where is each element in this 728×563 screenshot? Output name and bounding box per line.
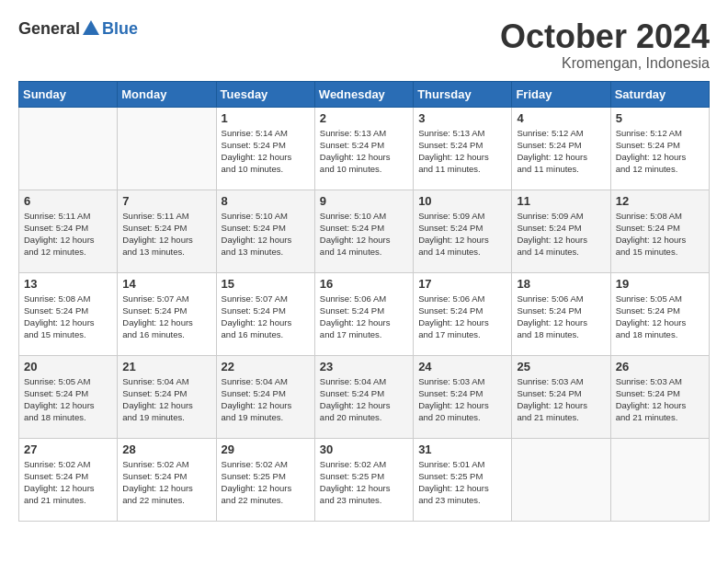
table-row: 25Sunrise: 5:03 AMSunset: 5:24 PMDayligh… [512,355,610,438]
day-info: Sunrise: 5:14 AMSunset: 5:24 PMDaylight:… [222,127,310,176]
day-number: 8 [222,194,310,208]
day-number: 9 [320,194,408,208]
day-number: 27 [24,442,112,456]
day-info: Sunrise: 5:01 AMSunset: 5:25 PMDaylight:… [418,458,506,507]
day-number: 21 [122,360,210,373]
table-row: 10Sunrise: 5:09 AMSunset: 5:24 PMDayligh… [414,190,512,272]
header-tuesday: Tuesday [216,81,314,107]
calendar-week-row: 6Sunrise: 5:11 AMSunset: 5:24 PMDaylight… [19,190,710,272]
day-info: Sunrise: 5:04 AMSunset: 5:24 PMDaylight:… [222,375,310,424]
day-info: Sunrise: 5:13 AMSunset: 5:24 PMDaylight:… [418,127,506,176]
day-number: 7 [122,194,210,208]
table-row: 18Sunrise: 5:06 AMSunset: 5:24 PMDayligh… [512,272,610,355]
logo-blue: Blue [102,19,138,39]
table-row: 30Sunrise: 5:02 AMSunset: 5:25 PMDayligh… [314,438,413,521]
day-number: 15 [222,277,310,291]
day-info: Sunrise: 5:02 AMSunset: 5:25 PMDaylight:… [222,458,310,507]
day-info: Sunrise: 5:03 AMSunset: 5:24 PMDaylight:… [418,375,506,424]
day-number: 30 [320,442,408,456]
day-number: 31 [418,442,506,456]
day-info: Sunrise: 5:06 AMSunset: 5:24 PMDaylight:… [517,293,605,341]
svg-marker-0 [83,20,99,35]
day-number: 24 [418,360,506,373]
day-info: Sunrise: 5:07 AMSunset: 5:24 PMDaylight:… [122,293,210,341]
day-info: Sunrise: 5:09 AMSunset: 5:24 PMDaylight:… [517,210,605,259]
table-row: 11Sunrise: 5:09 AMSunset: 5:24 PMDayligh… [512,190,610,272]
logo-icon [81,18,101,39]
table-row: 19Sunrise: 5:05 AMSunset: 5:24 PMDayligh… [610,272,709,355]
logo: General Blue [18,18,138,39]
calendar-week-row: 13Sunrise: 5:08 AMSunset: 5:24 PMDayligh… [19,272,710,355]
day-number: 6 [24,194,112,208]
calendar-header-row: Sunday Monday Tuesday Wednesday Thursday… [19,81,710,107]
header-wednesday: Wednesday [314,81,413,107]
day-info: Sunrise: 5:03 AMSunset: 5:24 PMDaylight:… [616,375,704,424]
day-number: 25 [517,360,605,373]
day-number: 20 [24,360,112,373]
table-row: 15Sunrise: 5:07 AMSunset: 5:24 PMDayligh… [216,272,314,355]
header-friday: Friday [512,81,610,107]
header-saturday: Saturday [610,81,709,107]
calendar-week-row: 20Sunrise: 5:05 AMSunset: 5:24 PMDayligh… [19,355,710,438]
day-number: 29 [222,442,310,456]
table-row: 13Sunrise: 5:08 AMSunset: 5:24 PMDayligh… [19,272,118,355]
calendar-table: Sunday Monday Tuesday Wednesday Thursday… [18,81,710,522]
day-number: 12 [616,194,704,208]
day-info: Sunrise: 5:12 AMSunset: 5:24 PMDaylight:… [517,127,605,176]
table-row: 31Sunrise: 5:01 AMSunset: 5:25 PMDayligh… [414,438,512,521]
table-row: 5Sunrise: 5:12 AMSunset: 5:24 PMDaylight… [610,107,709,190]
header-sunday: Sunday [19,81,118,107]
day-info: Sunrise: 5:08 AMSunset: 5:24 PMDaylight:… [616,210,704,259]
table-row: 7Sunrise: 5:11 AMSunset: 5:24 PMDaylight… [118,190,216,272]
day-number: 26 [616,360,704,373]
calendar-week-row: 1Sunrise: 5:14 AMSunset: 5:24 PMDaylight… [19,107,710,190]
table-row: 1Sunrise: 5:14 AMSunset: 5:24 PMDaylight… [216,107,314,190]
day-info: Sunrise: 5:07 AMSunset: 5:24 PMDaylight:… [222,293,310,341]
day-info: Sunrise: 5:12 AMSunset: 5:24 PMDaylight:… [616,127,704,176]
day-info: Sunrise: 5:10 AMSunset: 5:24 PMDaylight:… [320,210,408,259]
day-info: Sunrise: 5:04 AMSunset: 5:24 PMDaylight:… [122,375,210,424]
table-row: 21Sunrise: 5:04 AMSunset: 5:24 PMDayligh… [118,355,216,438]
day-info: Sunrise: 5:08 AMSunset: 5:24 PMDaylight:… [24,293,112,341]
day-number: 4 [517,111,605,125]
day-info: Sunrise: 5:06 AMSunset: 5:24 PMDaylight:… [320,293,408,341]
page-header: General Blue October 2024 Kromengan, Ind… [18,18,710,72]
table-row: 29Sunrise: 5:02 AMSunset: 5:25 PMDayligh… [216,438,314,521]
day-number: 1 [222,111,310,125]
day-info: Sunrise: 5:05 AMSunset: 5:24 PMDaylight:… [616,293,704,341]
table-row: 24Sunrise: 5:03 AMSunset: 5:24 PMDayligh… [414,355,512,438]
table-row: 17Sunrise: 5:06 AMSunset: 5:24 PMDayligh… [414,272,512,355]
header-thursday: Thursday [414,81,512,107]
day-number: 17 [418,277,506,291]
day-number: 13 [24,277,112,291]
location: Kromengan, Indonesia [500,55,710,72]
day-info: Sunrise: 5:06 AMSunset: 5:24 PMDaylight:… [418,293,506,341]
table-row: 23Sunrise: 5:04 AMSunset: 5:24 PMDayligh… [314,355,413,438]
table-row [512,438,610,521]
day-info: Sunrise: 5:02 AMSunset: 5:24 PMDaylight:… [122,458,210,507]
title-block: October 2024 Kromengan, Indonesia [500,18,710,72]
day-info: Sunrise: 5:03 AMSunset: 5:24 PMDaylight:… [517,375,605,424]
day-number: 28 [122,442,210,456]
day-info: Sunrise: 5:02 AMSunset: 5:25 PMDaylight:… [320,458,408,507]
table-row: 20Sunrise: 5:05 AMSunset: 5:24 PMDayligh… [19,355,118,438]
table-row [19,107,118,190]
day-number: 10 [418,194,506,208]
logo-general: General [18,19,80,39]
day-number: 22 [222,360,310,373]
day-info: Sunrise: 5:11 AMSunset: 5:24 PMDaylight:… [122,210,210,259]
table-row: 4Sunrise: 5:12 AMSunset: 5:24 PMDaylight… [512,107,610,190]
day-number: 11 [517,194,605,208]
day-info: Sunrise: 5:04 AMSunset: 5:24 PMDaylight:… [320,375,408,424]
month-title: October 2024 [500,18,710,55]
header-monday: Monday [118,81,216,107]
calendar-week-row: 27Sunrise: 5:02 AMSunset: 5:24 PMDayligh… [19,438,710,521]
table-row: 6Sunrise: 5:11 AMSunset: 5:24 PMDaylight… [19,190,118,272]
table-row [610,438,709,521]
day-number: 5 [616,111,704,125]
day-info: Sunrise: 5:11 AMSunset: 5:24 PMDaylight:… [24,210,112,259]
day-info: Sunrise: 5:09 AMSunset: 5:24 PMDaylight:… [418,210,506,259]
table-row: 8Sunrise: 5:10 AMSunset: 5:24 PMDaylight… [216,190,314,272]
table-row: 27Sunrise: 5:02 AMSunset: 5:24 PMDayligh… [19,438,118,521]
day-number: 18 [517,277,605,291]
